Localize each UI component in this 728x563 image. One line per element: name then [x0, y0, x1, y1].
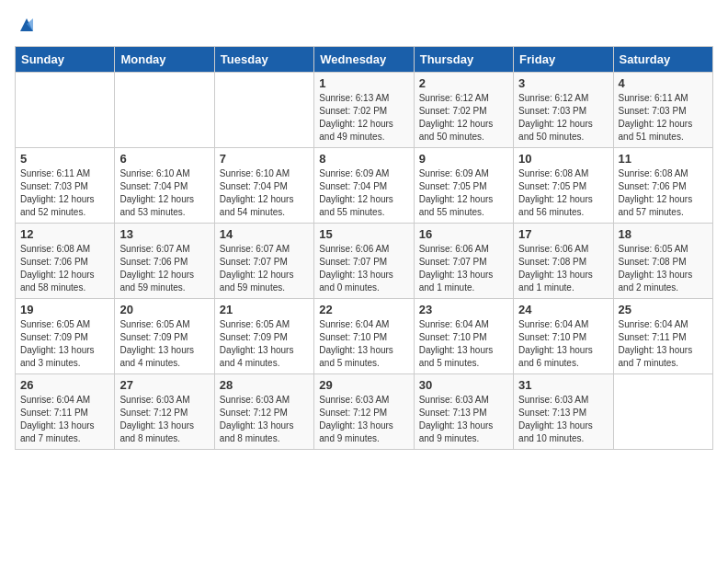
calendar-cell: 16Sunrise: 6:06 AM Sunset: 7:07 PM Dayli… [414, 224, 513, 299]
day-info: Sunrise: 6:03 AM Sunset: 7:12 PM Dayligh… [119, 394, 209, 445]
day-number: 8 [319, 152, 408, 166]
calendar-cell: 10Sunrise: 6:08 AM Sunset: 7:05 PM Dayli… [514, 148, 613, 224]
calendar-cell: 17Sunrise: 6:06 AM Sunset: 7:08 PM Dayli… [514, 224, 613, 299]
day-info: Sunrise: 6:06 AM Sunset: 7:07 PM Dayligh… [319, 243, 408, 294]
day-number: 28 [220, 378, 309, 392]
day-number: 19 [20, 303, 109, 316]
day-info: Sunrise: 6:03 AM Sunset: 7:13 PM Dayligh… [419, 394, 508, 445]
calendar-cell: 9Sunrise: 6:09 AM Sunset: 7:05 PM Daylig… [414, 148, 513, 224]
day-number: 21 [220, 303, 309, 316]
day-number: 29 [319, 378, 408, 392]
calendar-cell: 23Sunrise: 6:04 AM Sunset: 7:10 PM Dayli… [414, 299, 513, 374]
calendar-cell: 30Sunrise: 6:03 AM Sunset: 7:13 PM Dayli… [414, 374, 513, 450]
day-number: 2 [419, 76, 508, 90]
day-number: 5 [20, 152, 109, 166]
day-header-wednesday: Wednesday [314, 47, 414, 73]
day-number: 7 [220, 152, 309, 166]
calendar-cell: 8Sunrise: 6:09 AM Sunset: 7:04 PM Daylig… [314, 148, 414, 224]
day-info: Sunrise: 6:07 AM Sunset: 7:06 PM Dayligh… [119, 243, 209, 294]
day-number: 14 [220, 227, 309, 241]
calendar-cell: 24Sunrise: 6:04 AM Sunset: 7:10 PM Dayli… [514, 299, 613, 374]
calendar-cell: 22Sunrise: 6:04 AM Sunset: 7:10 PM Dayli… [314, 299, 414, 374]
day-header-tuesday: Tuesday [214, 47, 313, 73]
day-number: 3 [518, 76, 608, 90]
day-info: Sunrise: 6:09 AM Sunset: 7:04 PM Dayligh… [319, 167, 408, 219]
day-info: Sunrise: 6:04 AM Sunset: 7:10 PM Dayligh… [419, 318, 508, 370]
day-header-monday: Monday [115, 47, 214, 73]
calendar-cell [214, 73, 313, 148]
calendar-cell: 12Sunrise: 6:08 AM Sunset: 7:06 PM Dayli… [16, 224, 115, 299]
day-info: Sunrise: 6:10 AM Sunset: 7:04 PM Dayligh… [220, 167, 309, 219]
day-number: 26 [20, 378, 109, 392]
day-number: 24 [518, 303, 608, 316]
calendar-table: SundayMondayTuesdayWednesdayThursdayFrid… [15, 46, 713, 450]
logo [15, 15, 37, 35]
day-info: Sunrise: 6:03 AM Sunset: 7:13 PM Dayligh… [518, 394, 608, 445]
calendar-cell: 20Sunrise: 6:05 AM Sunset: 7:09 PM Dayli… [115, 299, 214, 374]
day-header-thursday: Thursday [414, 47, 513, 73]
calendar-cell: 11Sunrise: 6:08 AM Sunset: 7:06 PM Dayli… [613, 148, 712, 224]
day-number: 4 [619, 76, 708, 90]
day-header-saturday: Saturday [613, 47, 712, 73]
calendar-cell: 3Sunrise: 6:12 AM Sunset: 7:03 PM Daylig… [514, 73, 613, 148]
calendar-week-row: 1Sunrise: 6:13 AM Sunset: 7:02 PM Daylig… [16, 73, 713, 148]
calendar-cell [613, 374, 712, 450]
day-info: Sunrise: 6:05 AM Sunset: 7:09 PM Dayligh… [119, 318, 209, 370]
page-header [15, 15, 713, 35]
calendar-cell: 2Sunrise: 6:12 AM Sunset: 7:02 PM Daylig… [414, 73, 513, 148]
day-number: 20 [119, 303, 209, 316]
day-info: Sunrise: 6:08 AM Sunset: 7:05 PM Dayligh… [518, 167, 608, 219]
day-info: Sunrise: 6:04 AM Sunset: 7:10 PM Dayligh… [319, 318, 408, 370]
day-number: 17 [518, 227, 608, 241]
calendar-cell: 28Sunrise: 6:03 AM Sunset: 7:12 PM Dayli… [214, 374, 313, 450]
day-info: Sunrise: 6:05 AM Sunset: 7:09 PM Dayligh… [20, 318, 109, 370]
day-info: Sunrise: 6:04 AM Sunset: 7:11 PM Dayligh… [20, 394, 109, 445]
calendar-cell [115, 73, 214, 148]
day-info: Sunrise: 6:12 AM Sunset: 7:02 PM Dayligh… [419, 92, 508, 144]
day-number: 30 [419, 378, 508, 392]
day-number: 15 [319, 227, 408, 241]
calendar-cell: 18Sunrise: 6:05 AM Sunset: 7:08 PM Dayli… [613, 224, 712, 299]
day-number: 1 [319, 76, 408, 90]
day-info: Sunrise: 6:11 AM Sunset: 7:03 PM Dayligh… [619, 92, 708, 144]
day-number: 12 [20, 227, 109, 241]
day-info: Sunrise: 6:04 AM Sunset: 7:10 PM Dayligh… [518, 318, 608, 370]
day-info: Sunrise: 6:10 AM Sunset: 7:04 PM Dayligh… [119, 167, 209, 219]
day-info: Sunrise: 6:09 AM Sunset: 7:05 PM Dayligh… [419, 167, 508, 219]
calendar-cell: 6Sunrise: 6:10 AM Sunset: 7:04 PM Daylig… [115, 148, 214, 224]
day-header-friday: Friday [514, 47, 613, 73]
day-info: Sunrise: 6:04 AM Sunset: 7:11 PM Dayligh… [619, 318, 708, 370]
calendar-cell: 1Sunrise: 6:13 AM Sunset: 7:02 PM Daylig… [314, 73, 414, 148]
calendar-cell: 21Sunrise: 6:05 AM Sunset: 7:09 PM Dayli… [214, 299, 313, 374]
calendar-cell: 7Sunrise: 6:10 AM Sunset: 7:04 PM Daylig… [214, 148, 313, 224]
calendar-week-row: 26Sunrise: 6:04 AM Sunset: 7:11 PM Dayli… [16, 374, 713, 450]
day-info: Sunrise: 6:05 AM Sunset: 7:08 PM Dayligh… [619, 243, 708, 294]
calendar-cell: 31Sunrise: 6:03 AM Sunset: 7:13 PM Dayli… [514, 374, 613, 450]
calendar-cell: 4Sunrise: 6:11 AM Sunset: 7:03 PM Daylig… [613, 73, 712, 148]
calendar-cell: 19Sunrise: 6:05 AM Sunset: 7:09 PM Dayli… [16, 299, 115, 374]
day-number: 23 [419, 303, 508, 316]
logo-icon [17, 15, 37, 35]
day-info: Sunrise: 6:06 AM Sunset: 7:07 PM Dayligh… [419, 243, 508, 294]
day-info: Sunrise: 6:08 AM Sunset: 7:06 PM Dayligh… [20, 243, 109, 294]
day-info: Sunrise: 6:12 AM Sunset: 7:03 PM Dayligh… [518, 92, 608, 144]
calendar-cell: 29Sunrise: 6:03 AM Sunset: 7:12 PM Dayli… [314, 374, 414, 450]
day-info: Sunrise: 6:03 AM Sunset: 7:12 PM Dayligh… [319, 394, 408, 445]
day-number: 16 [419, 227, 508, 241]
day-number: 10 [518, 152, 608, 166]
calendar-cell: 14Sunrise: 6:07 AM Sunset: 7:07 PM Dayli… [214, 224, 313, 299]
day-number: 25 [619, 303, 708, 316]
day-info: Sunrise: 6:08 AM Sunset: 7:06 PM Dayligh… [619, 167, 708, 219]
calendar-cell [16, 73, 115, 148]
calendar-cell: 26Sunrise: 6:04 AM Sunset: 7:11 PM Dayli… [16, 374, 115, 450]
day-info: Sunrise: 6:03 AM Sunset: 7:12 PM Dayligh… [220, 394, 309, 445]
day-number: 31 [518, 378, 608, 392]
day-number: 11 [619, 152, 708, 166]
calendar-week-row: 12Sunrise: 6:08 AM Sunset: 7:06 PM Dayli… [16, 224, 713, 299]
calendar-cell: 15Sunrise: 6:06 AM Sunset: 7:07 PM Dayli… [314, 224, 414, 299]
day-info: Sunrise: 6:13 AM Sunset: 7:02 PM Dayligh… [319, 92, 408, 144]
day-number: 27 [119, 378, 209, 392]
day-number: 9 [419, 152, 508, 166]
calendar-week-row: 19Sunrise: 6:05 AM Sunset: 7:09 PM Dayli… [16, 299, 713, 374]
day-number: 6 [119, 152, 209, 166]
